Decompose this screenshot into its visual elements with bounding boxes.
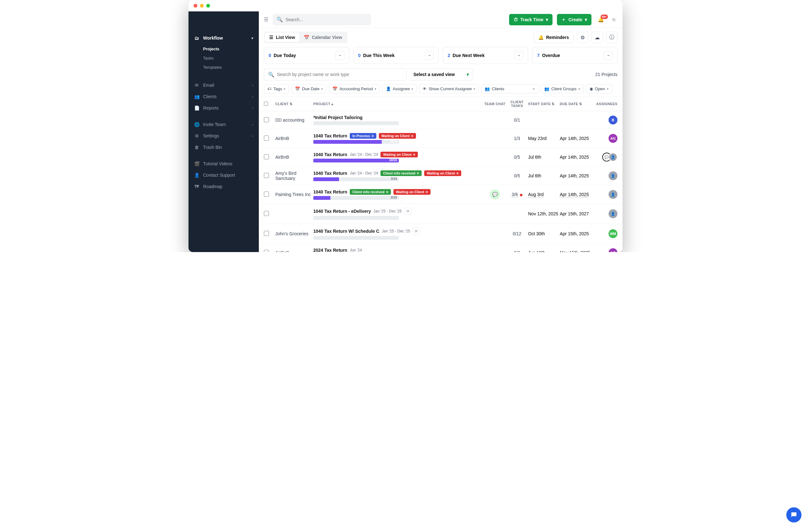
project-name[interactable]: 1040 Tax Return <box>313 189 347 194</box>
filter-tags[interactable]: 🏷Tags▾ <box>264 84 289 93</box>
remove-tag-icon[interactable]: ✕ <box>386 190 388 194</box>
filter-accounting-period[interactable]: 📅Accounting Period▾ <box>329 84 380 93</box>
sidebar-item-workflow[interactable]: 🗂 Workflow ▾ <box>188 32 259 44</box>
table-row[interactable]: AirBnB 1040 Tax Return Jan '24 - Dec '24… <box>259 148 623 167</box>
assignee-avatar[interactable]: 👤 <box>609 190 617 199</box>
project-name[interactable]: 1040 Tax Return <box>313 152 347 157</box>
project-name[interactable]: 1040 Tax Return <box>313 133 347 138</box>
status-tag[interactable]: Waiting on Client ✕ <box>394 189 430 195</box>
remove-tag-icon[interactable]: ✕ <box>456 172 459 175</box>
filter-due-date[interactable]: 📅Due Date▾ <box>291 84 326 93</box>
sidebar-item-trash-bin[interactable]: 🗑 Trash Bin <box>188 142 259 153</box>
sidebar-item-roadmap[interactable]: 🗺 Roadmap <box>188 181 259 192</box>
row-checkbox[interactable] <box>264 173 269 178</box>
create-button[interactable]: ＋ Create ▾ <box>557 14 592 25</box>
arrow-right-icon[interactable]: → <box>604 51 613 60</box>
global-search[interactable]: 🔍 <box>273 14 371 25</box>
sidebar-item-projects[interactable]: Projects <box>203 44 259 53</box>
row-checkbox[interactable] <box>264 250 269 252</box>
column-team-chat[interactable]: TEAM CHAT <box>484 102 506 106</box>
status-tag[interactable]: Waiting on Client ✕ <box>379 133 416 139</box>
status-tag[interactable]: Waiting on Client ✕ <box>381 152 417 157</box>
row-checkbox[interactable] <box>264 192 269 197</box>
team-chat-button[interactable]: 💬 <box>490 189 500 200</box>
status-tag[interactable]: Client info received ✕ <box>381 170 421 176</box>
settings-button[interactable]: ⚙ <box>577 32 588 43</box>
column-client[interactable]: CLIENT ⇅ <box>275 102 313 106</box>
filter-assignee[interactable]: 👤Assignee▾ <box>382 84 417 93</box>
filter-open[interactable]: ◉Open▾ <box>586 84 612 93</box>
arrow-right-icon[interactable]: → <box>336 51 345 60</box>
assignee-avatar[interactable]: 👤 <box>609 171 617 180</box>
track-time-button[interactable]: ⏱ Track Time ▾ <box>509 14 553 25</box>
client-tasks-value[interactable]: 3/6 <box>511 192 518 197</box>
status-tag[interactable]: Waiting on Client ✕ <box>424 170 461 176</box>
sidebar-item-templates[interactable]: Templates <box>203 63 259 72</box>
project-name[interactable]: 1040 Tax Return - eDelivery <box>313 209 371 214</box>
assignee-stack[interactable]: 💬👤 <box>595 153 617 161</box>
project-search-input[interactable] <box>277 72 402 77</box>
saved-view-select[interactable]: Select a saved view ▾ <box>410 68 473 80</box>
list-view-button[interactable]: ☰ List View <box>265 33 300 42</box>
table-row[interactable]: 1040 Tax Return - eDelivery Jan '25 - De… <box>259 204 623 224</box>
filter-show-current-assignee[interactable]: 👁Show Current Assignee▾ <box>419 84 479 93</box>
window-minimize-icon[interactable] <box>200 4 204 7</box>
sidebar-item-clients[interactable]: 👥 Clients › <box>188 91 259 102</box>
select-all-checkbox[interactable] <box>264 101 268 106</box>
remove-tag-icon[interactable]: ✕ <box>417 172 419 175</box>
table-row[interactable]: DD accounting *Initial Project Tailoring… <box>259 111 623 129</box>
assignee-avatar[interactable]: WM <box>609 229 617 238</box>
reminders-button[interactable]: 🔔 Reminders <box>534 32 574 43</box>
project-search[interactable]: 🔍 <box>264 68 407 80</box>
stat-card[interactable]: 0 Due Today → <box>264 47 349 64</box>
sidebar-item-settings[interactable]: ⚙ Settings › <box>188 130 259 142</box>
project-name[interactable]: 2024 Tax Return <box>313 248 347 252</box>
assignee-avatar[interactable]: 👤 <box>609 209 617 218</box>
sidebar-item-reports[interactable]: 📄 Reports › <box>188 102 259 114</box>
arrow-right-icon[interactable]: → <box>515 51 523 60</box>
row-checkbox[interactable] <box>264 211 269 216</box>
row-checkbox[interactable] <box>264 136 269 141</box>
remove-tag-icon[interactable]: ✕ <box>413 153 415 156</box>
project-name[interactable]: *Initial Project Tailoring <box>313 115 363 120</box>
sidebar-item-tasks[interactable]: Tasks <box>203 53 259 63</box>
status-tag[interactable]: Client info received ✕ <box>350 189 391 195</box>
table-row[interactable]: AirBnB 1040 Tax Return In Process ✕ Wait… <box>259 129 623 148</box>
stat-card[interactable]: 2 Due Next Week → <box>443 47 528 64</box>
download-button[interactable]: ☁ <box>592 32 603 43</box>
remove-tag-icon[interactable]: ✕ <box>371 134 374 138</box>
remove-tag-icon[interactable]: ✕ <box>426 190 428 194</box>
stat-card[interactable]: 0 Due This Week → <box>354 47 439 64</box>
calendar-view-button[interactable]: 📅 Calendar View <box>300 33 346 42</box>
sidebar-item-email[interactable]: ✉ Email › <box>188 79 259 91</box>
table-row[interactable]: Amy's Bird Sanctuary 1040 Tax Return Jan… <box>259 167 623 185</box>
sidebar-item-tutorial-videos[interactable]: 🎬 Tutorial Videos <box>188 158 259 169</box>
notifications-button[interactable]: 🔔 99+ <box>596 16 606 22</box>
column-start-date[interactable]: START DATE ⇅ <box>528 102 560 106</box>
menu-toggle-icon[interactable]: ☰ <box>264 16 268 22</box>
table-row[interactable]: AirBnB 2024 Tax Return Jun '24 10/10 0/3… <box>259 244 623 252</box>
logout-button[interactable]: ⎋ <box>611 17 617 22</box>
row-checkbox[interactable] <box>264 231 269 236</box>
filter-clients[interactable]: 👥Clients▾ <box>481 84 538 93</box>
assignee-avatar[interactable]: AG <box>609 248 617 252</box>
stat-card[interactable]: 7 Overdue → <box>533 47 618 64</box>
info-button[interactable]: ⓘ <box>606 32 617 43</box>
column-due-date[interactable]: DUE DATE ⇅ <box>560 102 595 106</box>
row-checkbox[interactable] <box>264 154 269 159</box>
remove-tag-icon[interactable]: ✕ <box>411 134 413 138</box>
sidebar-item-contact-support[interactable]: 👤 Contact Support <box>188 169 259 181</box>
column-project[interactable]: PROJECT ▴ <box>313 102 484 106</box>
project-name[interactable]: 1040 Tax Return W/ Schedule C <box>313 229 379 234</box>
search-input[interactable] <box>286 17 367 22</box>
column-client-tasks[interactable]: CLIENT TASKS <box>506 100 528 108</box>
row-checkbox[interactable] <box>264 117 269 122</box>
column-assignees[interactable]: ASSIGNEES <box>595 102 617 106</box>
table-row[interactable]: John's Groceries 1040 Tax Return W/ Sche… <box>259 224 623 244</box>
sidebar-item-invite-team[interactable]: 🌐 Invite Team › <box>188 119 259 130</box>
table-row[interactable]: Painting Trees Inc 1040 Tax Return Clien… <box>259 185 623 204</box>
filter-client-groups[interactable]: 👥Client Groups▾ <box>541 84 583 93</box>
arrow-right-icon[interactable]: → <box>425 51 434 60</box>
assignee-avatar[interactable]: B <box>609 115 617 124</box>
project-name[interactable]: 1040 Tax Return <box>313 171 347 176</box>
